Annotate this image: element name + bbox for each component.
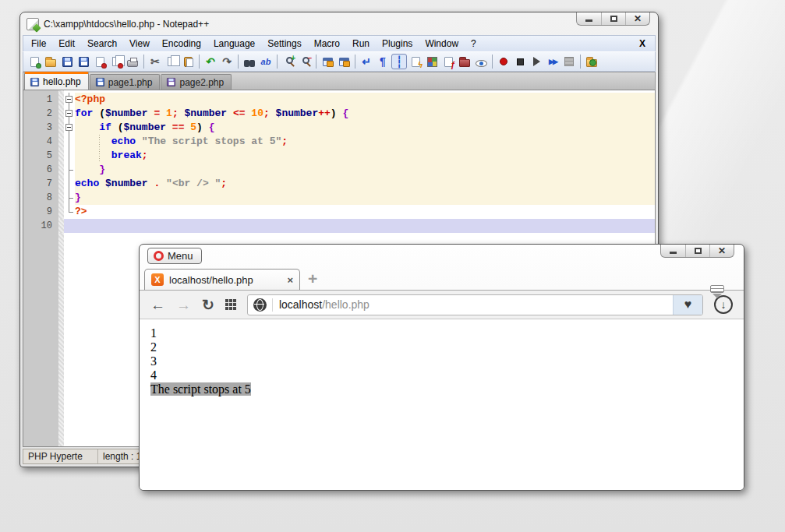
tab-label: page1.php [108,77,153,88]
browser-page-content: 1234The script stops at 5 [140,319,744,490]
browser-tab-localhost[interactable]: X localhost/hello.php × [144,269,300,290]
file-tab-hello-php[interactable]: hello.php [24,72,89,90]
fold-margin[interactable] [64,121,75,135]
word-wrap-icon[interactable]: ↵ [359,54,374,69]
find-icon[interactable] [242,54,257,69]
sync-horizontal-icon[interactable] [336,54,352,69]
paste-icon[interactable] [180,54,196,69]
editor-line-5[interactable]: 5 break; [23,149,655,163]
minimize-button[interactable] [661,245,685,257]
line-number: 2 [23,107,58,121]
code-text: if ($number == 5) { [75,121,655,135]
fold-margin[interactable] [64,93,75,107]
maximize-button[interactable] [685,245,709,257]
notepadpp-window-title: C:\xampp\htdocs\hello.php - Notepad++ [44,19,209,30]
page-output-line: 3 [150,354,744,368]
bookmark-margin [58,205,64,219]
indent-guide-icon[interactable]: ┆ [391,54,407,69]
notepadpp-titlebar[interactable]: C:\xampp\htdocs\hello.php - Notepad++ ✕ [20,12,658,35]
editor-line-6[interactable]: 6 } [23,163,655,177]
opera-menu-button[interactable]: Menu [147,248,202,264]
file-tab-page2-php[interactable]: page2.php [161,74,232,90]
replace-icon[interactable]: ab [258,54,274,69]
editor-line-7[interactable]: 7echo $number . "<br /> "; [23,177,655,191]
new-tab-button[interactable]: + [308,270,317,287]
open-file-icon[interactable] [43,54,58,69]
close-button[interactable]: ✕ [709,245,734,257]
macro-save-icon[interactable] [561,54,577,69]
menu-item-help[interactable]: ? [465,37,483,51]
show-all-chars-icon[interactable]: ¶ [375,54,391,69]
notepadpp-toolbar: ✂↶↷ab+–↵¶┆ϟƒ▶▶ [23,51,656,72]
url-text[interactable]: localhost/hello.php [279,298,370,311]
menubar-close-document-button[interactable]: X [631,37,653,51]
editor-line-10[interactable]: 10 [23,219,655,233]
reload-button[interactable]: ↻ [202,298,214,312]
zoom-in-icon[interactable]: + [281,54,296,69]
line-number: 9 [23,205,58,219]
back-button[interactable]: ← [150,298,165,312]
editor-line-1[interactable]: 1<?php [23,93,655,107]
print-icon[interactable] [125,54,140,69]
opera-titlebar[interactable]: Menu ✕ [140,245,744,268]
bookmark-heart-button[interactable]: ♥ [673,295,702,315]
fold-margin[interactable] [64,107,75,121]
forward-button[interactable]: → [176,298,191,312]
code-text: echo $number . "<br /> "; [75,177,655,191]
save-icon[interactable] [59,54,75,69]
macro-run-multiple-icon[interactable]: ▶▶ [545,54,560,69]
find-icon-shape [244,60,255,67]
close-file-icon[interactable] [92,54,108,69]
macro-record-icon[interactable] [496,54,511,69]
macro-play-icon[interactable] [529,54,544,69]
fold-end-tick [69,212,73,213]
macro-save-icon-shape [564,57,574,66]
document-map-icon[interactable] [424,54,440,69]
open-folder-workspace-icon[interactable] [584,54,599,69]
redo-icon[interactable]: ↷ [219,54,235,69]
zoom-out-icon[interactable]: – [297,54,313,69]
editor-line-3[interactable]: 3 if ($number == 5) { [23,121,655,135]
fold-end-tick [69,198,73,199]
editor-line-2[interactable]: 2for ($number = 1; $number <= 10; $numbe… [23,107,655,121]
close-button[interactable]: ✕ [625,12,649,25]
monitoring-eye-icon[interactable] [473,54,489,69]
menu-item-macro[interactable]: Macro [308,37,346,51]
doc-switcher-icon[interactable] [457,54,472,69]
editor-line-9[interactable]: 9?> [23,205,655,219]
doc-switcher-icon-shape [459,59,470,67]
menu-item-search[interactable]: Search [81,37,123,51]
editor-line-8[interactable]: 8} [23,191,655,205]
restore-button[interactable] [601,12,625,25]
menu-item-settings[interactable]: Settings [261,37,307,51]
menu-item-window[interactable]: Window [419,37,465,51]
mag-sign: + [291,55,295,62]
menu-item-plugins[interactable]: Plugins [376,37,419,51]
copy-icon[interactable] [164,54,179,69]
editor-line-4[interactable]: 4 echo "The script stops at 5"; [23,135,655,149]
speed-dial-icon[interactable] [225,299,236,310]
menu-item-edit[interactable]: Edit [52,37,81,51]
new-file-icon[interactable] [27,54,42,69]
menu-item-encoding[interactable]: Encoding [156,37,207,51]
cut-icon[interactable]: ✂ [147,54,163,69]
closed-tabs-menu-button[interactable] [708,285,727,304]
file-tab-page1-php[interactable]: page1.php [90,74,161,90]
menu-item-language[interactable]: Language [207,37,261,51]
save-all-icon[interactable] [76,54,91,69]
menu-item-view[interactable]: View [123,37,156,51]
sync-vertical-icon[interactable] [320,54,335,69]
address-bar[interactable]: localhost/hello.php ♥ [247,294,703,315]
opera-logo-icon [154,251,164,261]
tab-close-icon[interactable]: × [287,274,293,286]
code-text: for ($number = 1; $number <= 10; $number… [75,107,655,121]
menu-item-file[interactable]: File [25,37,52,51]
menu-item-run[interactable]: Run [346,37,376,51]
undo-icon[interactable]: ↶ [203,54,218,69]
function-list-icon[interactable]: ƒ [440,54,456,69]
macro-stop-icon[interactable] [512,54,528,69]
doc-monitor-icon[interactable]: ϟ [408,54,423,69]
minimize-button[interactable] [577,12,601,25]
close-all-icon[interactable] [108,54,124,69]
undo-icon-glyph: ↶ [206,56,215,67]
